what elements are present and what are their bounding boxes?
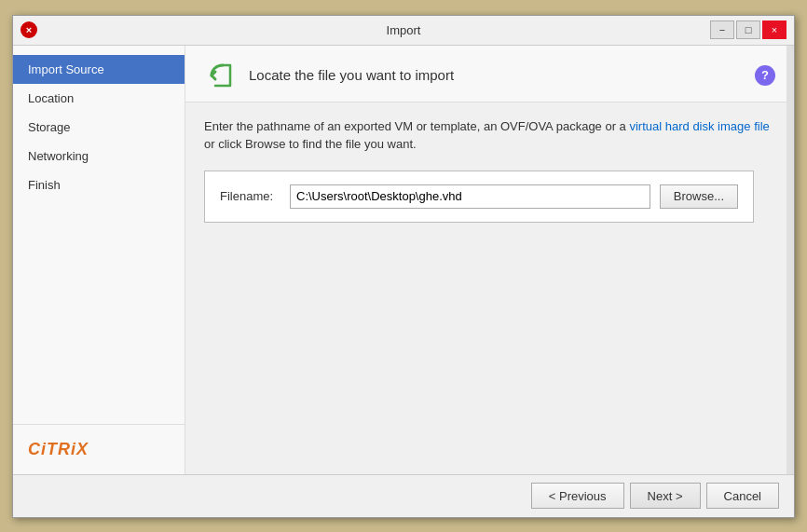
filename-input[interactable]	[290, 184, 650, 209]
sidebar-item-import-source[interactable]: Import Source	[13, 55, 185, 84]
next-button[interactable]: Next >	[630, 483, 701, 509]
sidebar-item-networking[interactable]: Networking	[13, 142, 185, 171]
browse-button[interactable]: Browse...	[660, 184, 738, 209]
maximize-button[interactable]: □	[736, 20, 760, 39]
title-bar: × Import − □ ×	[13, 16, 794, 46]
file-input-box: Filename: Browse...	[204, 171, 754, 223]
help-icon[interactable]: ?	[755, 65, 775, 86]
import-arrow-icon	[204, 59, 238, 92]
sidebar-footer: CiTRiX	[13, 424, 185, 474]
sidebar-item-finish[interactable]: Finish	[13, 171, 185, 199]
content-panel: Locate the file you want to import ? Ent…	[185, 46, 794, 474]
virtual-disk-link[interactable]: virtual hard disk image file	[629, 119, 769, 133]
content-body: Enter the pathname of an exported VM or …	[185, 102, 794, 474]
cancel-button[interactable]: Cancel	[706, 483, 779, 509]
sidebar-item-storage[interactable]: Storage	[13, 113, 185, 142]
footer: < Previous Next > Cancel	[13, 474, 794, 517]
citrix-logo: CiTRiX	[28, 440, 170, 459]
window-icon[interactable]: ×	[21, 21, 37, 38]
main-content: Import Source Location Storage Networkin…	[13, 46, 794, 474]
sidebar-item-location[interactable]: Location	[13, 84, 185, 113]
filename-label: Filename:	[220, 189, 280, 203]
description-text: Enter the pathname of an exported VM or …	[204, 117, 775, 154]
content-title: Locate the file you want to import	[249, 67, 454, 83]
content-header: Locate the file you want to import ?	[185, 46, 794, 102]
sidebar: Import Source Location Storage Networkin…	[13, 46, 185, 474]
previous-button[interactable]: < Previous	[531, 483, 624, 509]
title-controls: − □ ×	[710, 20, 786, 39]
import-window: × Import − □ × Import Source Location St…	[12, 15, 795, 518]
close-button[interactable]: ×	[762, 20, 786, 39]
title-bar-left: ×	[21, 21, 37, 38]
minimize-button[interactable]: −	[710, 20, 734, 39]
scrollbar[interactable]	[786, 46, 794, 474]
window-title: Import	[387, 23, 421, 37]
